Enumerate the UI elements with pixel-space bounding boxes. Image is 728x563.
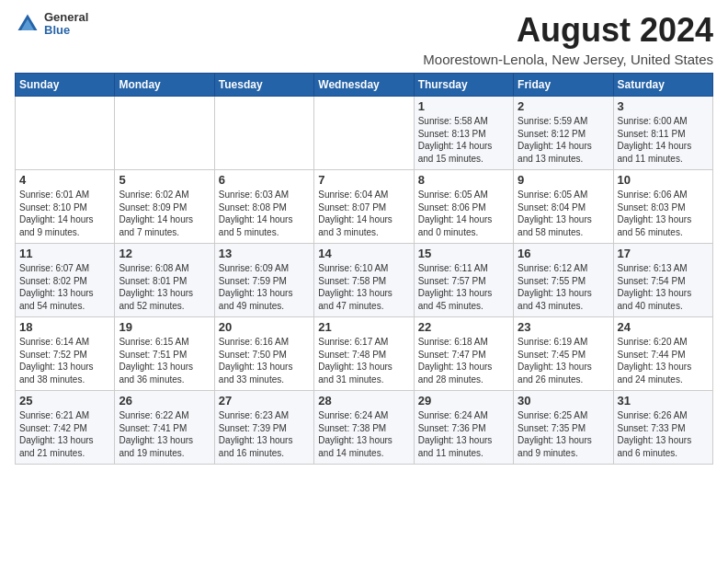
calendar-body: 1Sunrise: 5:58 AM Sunset: 8:13 PM Daylig…	[16, 97, 713, 465]
calendar-cell: 1Sunrise: 5:58 AM Sunset: 8:13 PM Daylig…	[414, 97, 513, 170]
col-header-saturday: Saturday	[613, 74, 712, 97]
calendar-cell: 4Sunrise: 6:01 AM Sunset: 8:10 PM Daylig…	[16, 170, 115, 244]
day-info: Sunrise: 6:22 AM Sunset: 7:41 PM Dayligh…	[119, 409, 210, 459]
day-info: Sunrise: 6:20 AM Sunset: 7:44 PM Dayligh…	[618, 336, 709, 385]
day-number: 15	[418, 247, 509, 260]
day-info: Sunrise: 6:10 AM Sunset: 7:58 PM Dayligh…	[318, 262, 409, 312]
day-number: 25	[19, 394, 110, 408]
day-info: Sunrise: 6:18 AM Sunset: 7:47 PM Dayligh…	[418, 336, 509, 385]
day-info: Sunrise: 6:15 AM Sunset: 7:51 PM Dayligh…	[119, 336, 210, 385]
day-number: 6	[219, 173, 310, 187]
calendar-cell: 20Sunrise: 6:16 AM Sunset: 7:50 PM Dayli…	[214, 317, 313, 391]
day-info: Sunrise: 6:06 AM Sunset: 8:03 PM Dayligh…	[618, 189, 709, 238]
logo-icon	[15, 11, 40, 37]
calendar-cell: 6Sunrise: 6:03 AM Sunset: 8:08 PM Daylig…	[214, 170, 313, 244]
calendar-cell: 10Sunrise: 6:06 AM Sunset: 8:03 PM Dayli…	[613, 170, 712, 244]
day-number: 3	[618, 99, 709, 113]
day-number: 29	[418, 394, 509, 408]
day-info: Sunrise: 6:26 AM Sunset: 7:33 PM Dayligh…	[618, 409, 709, 459]
calendar-cell: 18Sunrise: 6:14 AM Sunset: 7:52 PM Dayli…	[16, 317, 115, 391]
day-number: 31	[618, 394, 709, 408]
calendar-cell	[214, 97, 313, 170]
day-number: 5	[119, 173, 210, 187]
day-number: 24	[618, 320, 709, 334]
day-number: 30	[518, 394, 609, 408]
calendar-cell: 5Sunrise: 6:02 AM Sunset: 8:09 PM Daylig…	[115, 170, 214, 244]
day-info: Sunrise: 6:08 AM Sunset: 8:01 PM Dayligh…	[119, 262, 210, 312]
day-number: 17	[618, 247, 709, 260]
day-info: Sunrise: 6:24 AM Sunset: 7:36 PM Dayligh…	[418, 409, 509, 459]
calendar-cell: 8Sunrise: 6:05 AM Sunset: 8:06 PM Daylig…	[414, 170, 513, 244]
day-info: Sunrise: 5:58 AM Sunset: 8:13 PM Dayligh…	[418, 115, 509, 165]
col-header-wednesday: Wednesday	[314, 74, 414, 97]
calendar-cell: 2Sunrise: 5:59 AM Sunset: 8:12 PM Daylig…	[514, 97, 613, 170]
day-info: Sunrise: 6:17 AM Sunset: 7:48 PM Dayligh…	[318, 336, 409, 385]
subtitle: Moorestown-Lenola, New Jersey, United St…	[423, 52, 713, 67]
week-row-4: 18Sunrise: 6:14 AM Sunset: 7:52 PM Dayli…	[16, 317, 713, 391]
day-info: Sunrise: 6:07 AM Sunset: 8:02 PM Dayligh…	[19, 262, 110, 312]
col-header-tuesday: Tuesday	[214, 74, 313, 97]
calendar-cell: 27Sunrise: 6:23 AM Sunset: 7:39 PM Dayli…	[214, 391, 313, 465]
week-row-5: 25Sunrise: 6:21 AM Sunset: 7:42 PM Dayli…	[16, 391, 713, 465]
calendar-cell: 11Sunrise: 6:07 AM Sunset: 8:02 PM Dayli…	[16, 244, 115, 317]
day-info: Sunrise: 6:13 AM Sunset: 7:54 PM Dayligh…	[618, 262, 709, 312]
calendar-cell: 14Sunrise: 6:10 AM Sunset: 7:58 PM Dayli…	[314, 244, 414, 317]
day-info: Sunrise: 6:01 AM Sunset: 8:10 PM Dayligh…	[19, 189, 110, 238]
day-info: Sunrise: 6:25 AM Sunset: 7:35 PM Dayligh…	[518, 409, 609, 459]
day-number: 4	[19, 173, 110, 187]
calendar-cell: 22Sunrise: 6:18 AM Sunset: 7:47 PM Dayli…	[414, 317, 513, 391]
week-row-3: 11Sunrise: 6:07 AM Sunset: 8:02 PM Dayli…	[16, 244, 713, 317]
day-number: 13	[219, 247, 310, 260]
calendar-cell: 13Sunrise: 6:09 AM Sunset: 7:59 PM Dayli…	[214, 244, 313, 317]
day-number: 21	[318, 320, 409, 334]
header-row: SundayMondayTuesdayWednesdayThursdayFrid…	[16, 74, 713, 97]
day-number: 20	[219, 320, 310, 334]
logo-text: General Blue	[44, 11, 88, 38]
day-info: Sunrise: 6:05 AM Sunset: 8:04 PM Dayligh…	[518, 189, 609, 238]
calendar-cell	[16, 97, 115, 170]
calendar-cell: 12Sunrise: 6:08 AM Sunset: 8:01 PM Dayli…	[115, 244, 214, 317]
page: General Blue August 2024 Moorestown-Leno…	[0, 0, 728, 472]
day-info: Sunrise: 6:09 AM Sunset: 7:59 PM Dayligh…	[219, 262, 310, 312]
week-row-1: 1Sunrise: 5:58 AM Sunset: 8:13 PM Daylig…	[16, 97, 713, 170]
calendar-table: SundayMondayTuesdayWednesdayThursdayFrid…	[15, 73, 713, 465]
day-info: Sunrise: 6:23 AM Sunset: 7:39 PM Dayligh…	[219, 409, 310, 459]
day-number: 19	[119, 320, 210, 334]
calendar-cell: 25Sunrise: 6:21 AM Sunset: 7:42 PM Dayli…	[16, 391, 115, 465]
day-number: 27	[219, 394, 310, 408]
calendar-cell: 28Sunrise: 6:24 AM Sunset: 7:38 PM Dayli…	[314, 391, 414, 465]
day-number: 26	[119, 394, 210, 408]
calendar-cell: 3Sunrise: 6:00 AM Sunset: 8:11 PM Daylig…	[613, 97, 712, 170]
col-header-friday: Friday	[514, 74, 613, 97]
calendar-cell	[115, 97, 214, 170]
day-info: Sunrise: 6:21 AM Sunset: 7:42 PM Dayligh…	[19, 409, 110, 459]
col-header-monday: Monday	[115, 74, 214, 97]
day-number: 12	[119, 247, 210, 260]
calendar-cell: 23Sunrise: 6:19 AM Sunset: 7:45 PM Dayli…	[514, 317, 613, 391]
day-info: Sunrise: 6:05 AM Sunset: 8:06 PM Dayligh…	[418, 189, 509, 238]
calendar-cell: 29Sunrise: 6:24 AM Sunset: 7:36 PM Dayli…	[414, 391, 513, 465]
day-number: 11	[19, 247, 110, 260]
day-info: Sunrise: 6:11 AM Sunset: 7:57 PM Dayligh…	[418, 262, 509, 312]
day-number: 8	[418, 173, 509, 187]
calendar-cell: 31Sunrise: 6:26 AM Sunset: 7:33 PM Dayli…	[613, 391, 712, 465]
day-number: 23	[518, 320, 609, 334]
calendar-header: SundayMondayTuesdayWednesdayThursdayFrid…	[16, 74, 713, 97]
day-info: Sunrise: 6:00 AM Sunset: 8:11 PM Dayligh…	[618, 115, 709, 165]
day-info: Sunrise: 6:04 AM Sunset: 8:07 PM Dayligh…	[318, 189, 409, 238]
calendar-cell: 24Sunrise: 6:20 AM Sunset: 7:44 PM Dayli…	[613, 317, 712, 391]
col-header-sunday: Sunday	[16, 74, 115, 97]
week-row-2: 4Sunrise: 6:01 AM Sunset: 8:10 PM Daylig…	[16, 170, 713, 244]
day-info: Sunrise: 6:12 AM Sunset: 7:55 PM Dayligh…	[518, 262, 609, 312]
day-info: Sunrise: 6:16 AM Sunset: 7:50 PM Dayligh…	[219, 336, 310, 385]
day-number: 16	[518, 247, 609, 260]
day-info: Sunrise: 6:19 AM Sunset: 7:45 PM Dayligh…	[518, 336, 609, 385]
day-info: Sunrise: 6:14 AM Sunset: 7:52 PM Dayligh…	[19, 336, 110, 385]
logo: General Blue	[15, 11, 88, 38]
calendar-cell: 7Sunrise: 6:04 AM Sunset: 8:07 PM Daylig…	[314, 170, 414, 244]
logo-blue: Blue	[44, 24, 88, 37]
header: General Blue August 2024 Moorestown-Leno…	[15, 11, 713, 67]
day-info: Sunrise: 6:24 AM Sunset: 7:38 PM Dayligh…	[318, 409, 409, 459]
day-info: Sunrise: 5:59 AM Sunset: 8:12 PM Dayligh…	[518, 115, 609, 165]
day-info: Sunrise: 6:02 AM Sunset: 8:09 PM Dayligh…	[119, 189, 210, 238]
